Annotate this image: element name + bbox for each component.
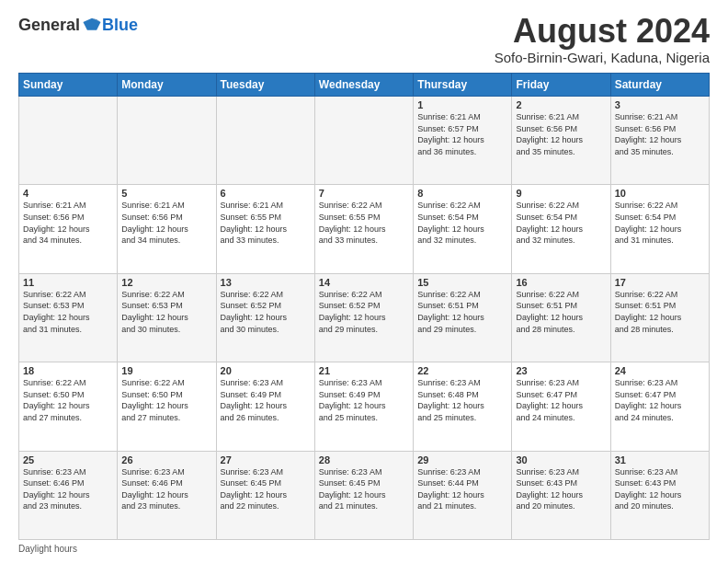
week-row-5: 25Sunrise: 6:23 AMSunset: 6:46 PMDayligh…: [19, 451, 710, 539]
day-info: Sunrise: 6:22 AMSunset: 6:51 PMDaylight:…: [417, 289, 507, 335]
day-number: 6: [221, 188, 311, 199]
table-row: 27Sunrise: 6:23 AMSunset: 6:45 PMDayligh…: [216, 451, 314, 539]
day-number: 7: [319, 188, 409, 199]
week-row-1: 1Sunrise: 6:21 AMSunset: 6:57 PMDaylight…: [19, 97, 710, 185]
day-info: Sunrise: 6:23 AMSunset: 6:49 PMDaylight:…: [221, 377, 311, 423]
table-row: 31Sunrise: 6:23 AMSunset: 6:43 PMDayligh…: [610, 451, 709, 539]
table-row: 6Sunrise: 6:21 AMSunset: 6:55 PMDaylight…: [216, 185, 314, 273]
table-row: 15Sunrise: 6:22 AMSunset: 6:51 PMDayligh…: [414, 273, 512, 362]
day-number: 16: [516, 277, 606, 288]
day-info: Sunrise: 6:22 AMSunset: 6:53 PMDaylight:…: [23, 289, 113, 335]
table-row: 1Sunrise: 6:21 AMSunset: 6:57 PMDaylight…: [414, 97, 512, 185]
day-info: Sunrise: 6:23 AMSunset: 6:48 PMDaylight:…: [417, 377, 507, 423]
table-row: [314, 97, 413, 185]
table-row: 30Sunrise: 6:23 AMSunset: 6:43 PMDayligh…: [512, 451, 610, 539]
table-row: 8Sunrise: 6:22 AMSunset: 6:54 PMDaylight…: [414, 185, 512, 273]
table-row: 29Sunrise: 6:23 AMSunset: 6:44 PMDayligh…: [414, 451, 512, 539]
day-number: 21: [319, 365, 409, 376]
table-row: 25Sunrise: 6:23 AMSunset: 6:46 PMDayligh…: [19, 451, 118, 539]
day-number: 3: [615, 99, 705, 110]
table-row: 7Sunrise: 6:22 AMSunset: 6:55 PMDaylight…: [314, 185, 413, 273]
table-row: 16Sunrise: 6:22 AMSunset: 6:51 PMDayligh…: [512, 273, 610, 362]
header-thursday: Thursday: [414, 74, 512, 97]
day-info: Sunrise: 6:22 AMSunset: 6:51 PMDaylight:…: [615, 289, 705, 335]
logo-icon: [82, 15, 102, 35]
day-number: 8: [417, 188, 507, 199]
logo: General Blue: [18, 15, 138, 35]
day-number: 18: [23, 365, 113, 376]
day-info: Sunrise: 6:22 AMSunset: 6:54 PMDaylight:…: [417, 200, 507, 246]
table-row: 21Sunrise: 6:23 AMSunset: 6:49 PMDayligh…: [314, 362, 413, 451]
day-number: 12: [121, 277, 211, 288]
day-number: 30: [516, 454, 606, 465]
table-row: 19Sunrise: 6:22 AMSunset: 6:50 PMDayligh…: [118, 362, 216, 451]
day-info: Sunrise: 6:23 AMSunset: 6:43 PMDaylight:…: [615, 466, 705, 512]
table-row: 3Sunrise: 6:21 AMSunset: 6:56 PMDaylight…: [610, 97, 709, 185]
table-row: 18Sunrise: 6:22 AMSunset: 6:50 PMDayligh…: [19, 362, 118, 451]
table-row: 14Sunrise: 6:22 AMSunset: 6:52 PMDayligh…: [314, 273, 413, 362]
day-number: 23: [516, 365, 606, 376]
table-row: 22Sunrise: 6:23 AMSunset: 6:48 PMDayligh…: [414, 362, 512, 451]
table-row: 4Sunrise: 6:21 AMSunset: 6:56 PMDaylight…: [19, 185, 118, 273]
footer: Daylight hours: [18, 544, 710, 554]
table-row: 28Sunrise: 6:23 AMSunset: 6:45 PMDayligh…: [314, 451, 413, 539]
table-row: 10Sunrise: 6:22 AMSunset: 6:54 PMDayligh…: [610, 185, 709, 273]
table-row: 12Sunrise: 6:22 AMSunset: 6:53 PMDayligh…: [118, 273, 216, 362]
week-row-3: 11Sunrise: 6:22 AMSunset: 6:53 PMDayligh…: [19, 273, 710, 362]
day-number: 26: [121, 454, 211, 465]
day-info: Sunrise: 6:21 AMSunset: 6:56 PMDaylight:…: [121, 200, 211, 246]
table-row: 17Sunrise: 6:22 AMSunset: 6:51 PMDayligh…: [610, 273, 709, 362]
header-monday: Monday: [118, 74, 216, 97]
table-row: 2Sunrise: 6:21 AMSunset: 6:56 PMDaylight…: [512, 97, 610, 185]
month-title: August 2024: [495, 15, 710, 48]
day-number: 1: [417, 99, 507, 110]
day-info: Sunrise: 6:23 AMSunset: 6:43 PMDaylight:…: [516, 466, 606, 512]
day-info: Sunrise: 6:22 AMSunset: 6:52 PMDaylight:…: [221, 289, 311, 335]
day-number: 24: [615, 365, 705, 376]
day-number: 22: [417, 365, 507, 376]
table-row: 20Sunrise: 6:23 AMSunset: 6:49 PMDayligh…: [216, 362, 314, 451]
day-info: Sunrise: 6:22 AMSunset: 6:51 PMDaylight:…: [516, 289, 606, 335]
day-number: 27: [221, 454, 311, 465]
week-row-4: 18Sunrise: 6:22 AMSunset: 6:50 PMDayligh…: [19, 362, 710, 451]
day-number: 28: [319, 454, 409, 465]
table-row: 5Sunrise: 6:21 AMSunset: 6:56 PMDaylight…: [118, 185, 216, 273]
day-info: Sunrise: 6:21 AMSunset: 6:55 PMDaylight:…: [221, 200, 311, 246]
day-number: 14: [319, 277, 409, 288]
title-block: August 2024 Sofo-Birnin-Gwari, Kaduna, N…: [495, 15, 710, 65]
day-number: 19: [121, 365, 211, 376]
logo-blue: Blue: [102, 16, 138, 35]
svg-marker-0: [84, 18, 101, 30]
day-number: 15: [417, 277, 507, 288]
day-info: Sunrise: 6:21 AMSunset: 6:57 PMDaylight:…: [417, 111, 507, 157]
table-row: 26Sunrise: 6:23 AMSunset: 6:46 PMDayligh…: [118, 451, 216, 539]
day-info: Sunrise: 6:23 AMSunset: 6:46 PMDaylight:…: [121, 466, 211, 512]
day-number: 17: [615, 277, 705, 288]
day-number: 31: [615, 454, 705, 465]
day-number: 20: [221, 365, 311, 376]
day-number: 29: [417, 454, 507, 465]
page: General Blue August 2024 Sofo-Birnin-Gwa…: [0, 0, 728, 563]
day-info: Sunrise: 6:23 AMSunset: 6:45 PMDaylight:…: [221, 466, 311, 512]
day-info: Sunrise: 6:23 AMSunset: 6:49 PMDaylight:…: [319, 377, 409, 423]
header-friday: Friday: [512, 74, 610, 97]
day-number: 5: [121, 188, 211, 199]
day-number: 13: [221, 277, 311, 288]
day-info: Sunrise: 6:22 AMSunset: 6:54 PMDaylight:…: [516, 200, 606, 246]
location-title: Sofo-Birnin-Gwari, Kaduna, Nigeria: [495, 50, 710, 65]
day-info: Sunrise: 6:23 AMSunset: 6:45 PMDaylight:…: [319, 466, 409, 512]
table-row: 11Sunrise: 6:22 AMSunset: 6:53 PMDayligh…: [19, 273, 118, 362]
day-number: 10: [615, 188, 705, 199]
table-row: 23Sunrise: 6:23 AMSunset: 6:47 PMDayligh…: [512, 362, 610, 451]
footer-text: Daylight hours: [18, 544, 77, 554]
table-row: 24Sunrise: 6:23 AMSunset: 6:47 PMDayligh…: [610, 362, 709, 451]
day-info: Sunrise: 6:21 AMSunset: 6:56 PMDaylight:…: [516, 111, 606, 157]
day-number: 25: [23, 454, 113, 465]
table-row: [19, 97, 118, 185]
day-info: Sunrise: 6:23 AMSunset: 6:46 PMDaylight:…: [23, 466, 113, 512]
day-info: Sunrise: 6:22 AMSunset: 6:52 PMDaylight:…: [319, 289, 409, 335]
day-number: 2: [516, 99, 606, 110]
day-info: Sunrise: 6:23 AMSunset: 6:47 PMDaylight:…: [516, 377, 606, 423]
logo-text: General Blue: [18, 15, 138, 35]
header-saturday: Saturday: [610, 74, 709, 97]
